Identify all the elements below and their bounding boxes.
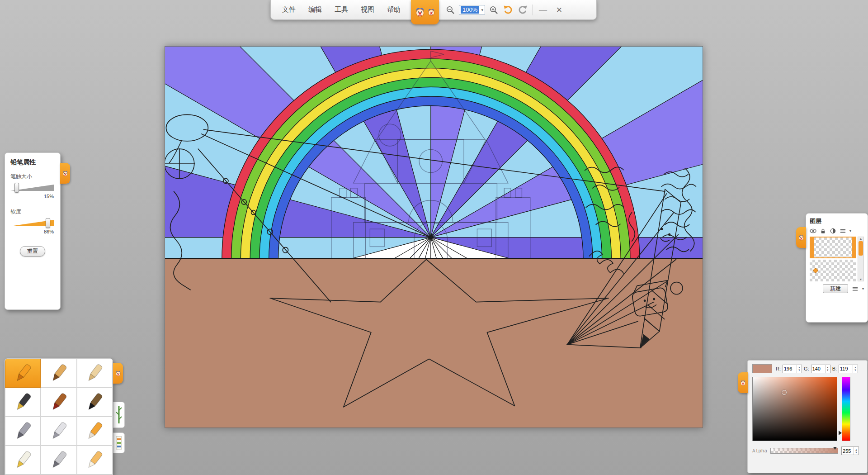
alpha-slider[interactable] (770, 448, 838, 454)
hue-marker[interactable] (839, 431, 842, 435)
zoom-in-button[interactable] (487, 3, 500, 17)
tool-ink-brush[interactable] (77, 388, 113, 417)
g-input[interactable] (811, 365, 825, 373)
zoom-level-value: 100% (461, 6, 479, 14)
reset-button[interactable]: 重置 (20, 246, 45, 256)
pencil-icon (47, 363, 71, 383)
pattern-tool-button[interactable] (113, 432, 125, 453)
menu-edit[interactable]: 编辑 (302, 2, 328, 18)
layers-panel-tab[interactable] (796, 227, 806, 248)
b-input[interactable] (839, 365, 853, 373)
saturation-value-picker[interactable] (752, 377, 837, 441)
zoom-out-button[interactable] (443, 3, 457, 17)
tool-palette-tab[interactable] (113, 363, 123, 384)
fountain-pen-icon (11, 392, 35, 412)
tool-palette-knife[interactable] (41, 417, 76, 446)
scroll-down-icon[interactable]: ▼ (859, 278, 863, 281)
scrollbar-thumb[interactable] (859, 241, 863, 256)
r-input[interactable] (783, 365, 797, 373)
close-button[interactable]: × (552, 3, 567, 17)
tool-fountain-pen[interactable] (5, 388, 41, 417)
layers-scrollbar[interactable]: ▲ ▼ (858, 237, 864, 281)
redo-button[interactable] (516, 3, 529, 17)
tool-palette-panel (5, 358, 113, 475)
paint-roller-icon (83, 421, 106, 441)
softness-slider[interactable] (10, 218, 54, 228)
alpha-input[interactable] (842, 447, 854, 455)
layers-panel: 图层 ▾ (806, 213, 868, 323)
eraser-icon (83, 450, 106, 470)
visibility-icon[interactable] (810, 228, 816, 234)
layer-selection-handle (811, 238, 814, 257)
softness-handle[interactable] (46, 218, 50, 228)
layer-2-color-dot (813, 268, 818, 273)
g-spinner[interactable]: ▲▼ (825, 365, 830, 373)
b-field: ▲▼ (839, 365, 858, 373)
pattern-icon (115, 436, 123, 450)
brush-size-handle[interactable] (14, 183, 19, 193)
minimize-button[interactable]: — (535, 3, 551, 17)
tool-paint-tube[interactable] (5, 446, 41, 475)
tool-paint-roller[interactable] (77, 417, 113, 446)
hue-slider[interactable] (842, 377, 850, 441)
alpha-gradient (771, 448, 838, 453)
zoom-level-select[interactable]: 100% ▾ (459, 5, 485, 15)
current-color-swatch (752, 364, 772, 373)
pencil-panel-title: 铅笔属性 (10, 158, 55, 166)
layer-row-1[interactable] (810, 237, 856, 258)
layer-menu-icon[interactable] (852, 286, 859, 292)
mascot-tab[interactable] (411, 0, 439, 24)
redo-icon (517, 5, 528, 15)
r-field: ▲▼ (783, 365, 802, 373)
tool-crayon[interactable] (5, 359, 41, 388)
undo-button[interactable] (501, 3, 515, 17)
menu-file[interactable]: 文件 (276, 2, 302, 18)
bamboo-tool-button[interactable] (113, 402, 125, 428)
main-toolbar: 文件 编辑 工具 视图 帮助 100% ▾ (270, 0, 597, 20)
layer-options-icon[interactable] (840, 228, 846, 234)
bamboo-icon (115, 405, 123, 425)
new-layer-button[interactable]: 新建 (823, 284, 848, 293)
alpha-field: ▲▼ (841, 446, 859, 455)
alpha-spinner[interactable]: ▲▼ (854, 447, 859, 455)
sv-cursor[interactable] (782, 390, 787, 395)
menu-view[interactable]: 视图 (355, 2, 380, 18)
quill-icon (47, 450, 71, 470)
zoom-in-icon (489, 5, 498, 14)
tool-paint-brush[interactable] (41, 388, 76, 417)
softness-value: 86% (10, 229, 54, 234)
lock-icon[interactable] (820, 228, 826, 234)
tool-pencil[interactable] (41, 359, 76, 388)
clown-icon (414, 6, 426, 18)
b-spinner[interactable]: ▲▼ (853, 365, 858, 373)
layer-row-2[interactable] (810, 260, 856, 281)
alpha-label: Alpha (752, 448, 767, 454)
zoom-out-icon (446, 5, 455, 14)
blend-icon[interactable] (830, 228, 836, 234)
menu-tools[interactable]: 工具 (329, 2, 354, 18)
tool-eraser[interactable] (77, 446, 113, 475)
layer-menu-dropdown-icon[interactable]: ▾ (862, 287, 864, 291)
brush-size-label: 笔触大小 (10, 173, 55, 180)
airbrush-icon (11, 421, 35, 441)
alpha-marker[interactable] (833, 447, 837, 450)
r-spinner[interactable]: ▲▼ (797, 365, 802, 373)
palette-knife-icon (47, 421, 71, 441)
layers-list (810, 237, 856, 281)
layer-options-dropdown-icon[interactable]: ▾ (849, 229, 851, 233)
clown-icon (798, 234, 805, 241)
pencil-properties-panel: 铅笔属性 笔触大小 15% 软度 86% 重置 (5, 152, 61, 310)
tool-airbrush[interactable] (5, 417, 41, 446)
clown-icon (740, 380, 746, 386)
tool-quill[interactable] (41, 446, 76, 475)
brush-size-slider[interactable] (10, 183, 54, 192)
zoom-dropdown-icon[interactable]: ▾ (480, 8, 485, 12)
color-picker-panel: R: ▲▼ G: ▲▼ B: ▲▼ Alpha (747, 360, 868, 473)
color-panel-tab[interactable] (738, 372, 748, 393)
softness-label: 软度 (10, 208, 55, 216)
tool-chalk[interactable] (77, 359, 113, 388)
scroll-up-icon[interactable]: ▲ (859, 237, 863, 240)
drawing-canvas[interactable] (165, 46, 703, 428)
menu-help[interactable]: 帮助 (381, 2, 406, 18)
pencil-panel-tab[interactable] (60, 163, 70, 184)
